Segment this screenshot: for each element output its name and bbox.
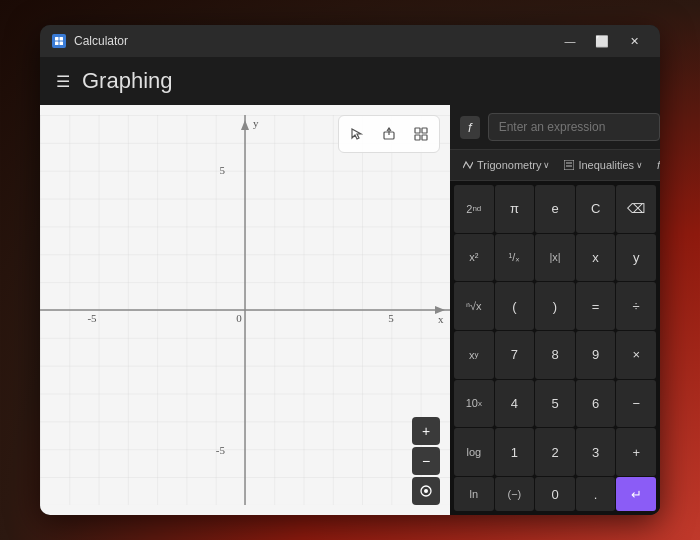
key-2[interactable]: 2 — [535, 428, 575, 476]
svg-rect-2 — [55, 42, 59, 46]
key-e[interactable]: e — [535, 185, 575, 233]
main-content: y x -5 0 5 5 -5 — [40, 105, 660, 515]
title-bar: Calculator — ⬜ ✕ — [40, 25, 660, 57]
key-divide[interactable]: ÷ — [616, 282, 656, 330]
zoom-reset-button[interactable] — [412, 477, 440, 505]
trig-icon — [463, 160, 473, 170]
svg-rect-27 — [564, 160, 574, 170]
key-x-power-y[interactable]: xy — [454, 331, 494, 379]
key-negate[interactable]: (−) — [495, 477, 535, 511]
key-subtract[interactable]: − — [616, 380, 656, 428]
window-title: Calculator — [74, 34, 128, 48]
svg-rect-0 — [55, 37, 59, 41]
function-toolbar: Trigonometry ∨ Inequalities ∨ f — [450, 150, 660, 181]
key-y[interactable]: y — [616, 234, 656, 282]
ineq-icon — [564, 160, 574, 170]
key-5[interactable]: 5 — [535, 380, 575, 428]
svg-text:-5: -5 — [216, 444, 226, 456]
keypad: 2nd π e C ⌫ x² ¹/ₓ |x| x y ⁿ√x ( ) = ÷ x… — [450, 181, 660, 515]
svg-text:5: 5 — [388, 312, 394, 324]
key-equals[interactable]: = — [576, 282, 616, 330]
close-button[interactable]: ✕ — [620, 32, 648, 50]
svg-text:5: 5 — [220, 164, 226, 176]
svg-rect-3 — [60, 42, 64, 46]
svg-text:y: y — [253, 117, 259, 129]
graph-svg: y x -5 0 5 5 -5 — [40, 105, 450, 515]
app-icon — [52, 34, 66, 48]
minimize-button[interactable]: — — [556, 32, 584, 50]
svg-rect-22 — [422, 128, 427, 133]
key-x[interactable]: x — [576, 234, 616, 282]
key-10x[interactable]: 10x — [454, 380, 494, 428]
svg-rect-24 — [422, 135, 427, 140]
key-9[interactable]: 9 — [576, 331, 616, 379]
inequalities-button[interactable]: Inequalities ∨ — [559, 156, 648, 174]
app-title: Graphing — [82, 68, 173, 94]
graph-toolbar — [338, 115, 440, 153]
settings-icon — [414, 127, 428, 141]
svg-rect-21 — [415, 128, 420, 133]
key-add[interactable]: + — [616, 428, 656, 476]
key-close-paren[interactable]: ) — [535, 282, 575, 330]
fx-badge: f — [460, 116, 480, 139]
key-2nd[interactable]: 2nd — [454, 185, 494, 233]
key-reciprocal[interactable]: ¹/ₓ — [495, 234, 535, 282]
key-x-squared[interactable]: x² — [454, 234, 494, 282]
key-enter[interactable]: ↵ — [616, 477, 656, 511]
key-8[interactable]: 8 — [535, 331, 575, 379]
key-0[interactable]: 0 — [535, 477, 575, 511]
key-decimal[interactable]: . — [576, 477, 616, 511]
svg-text:0: 0 — [236, 312, 242, 324]
key-multiply[interactable]: × — [616, 331, 656, 379]
key-abs[interactable]: |x| — [535, 234, 575, 282]
expression-input[interactable] — [488, 113, 660, 141]
graph-area: y x -5 0 5 5 -5 — [40, 105, 450, 515]
func-f-button[interactable]: f — [652, 156, 660, 174]
app-window: Calculator — ⬜ ✕ ☰ Graphing — [40, 25, 660, 515]
key-6[interactable]: 6 — [576, 380, 616, 428]
svg-text:x: x — [438, 313, 444, 325]
title-bar-left: Calculator — [52, 34, 128, 48]
share-icon — [382, 127, 396, 141]
key-pi[interactable]: π — [495, 185, 535, 233]
svg-rect-1 — [60, 37, 64, 41]
key-open-paren[interactable]: ( — [495, 282, 535, 330]
key-nth-root[interactable]: ⁿ√x — [454, 282, 494, 330]
key-4[interactable]: 4 — [495, 380, 535, 428]
zoom-reset-icon — [419, 484, 433, 498]
svg-text:-5: -5 — [87, 312, 97, 324]
key-3[interactable]: 3 — [576, 428, 616, 476]
trig-button[interactable]: Trigonometry ∨ — [458, 156, 555, 174]
cursor-icon — [350, 127, 364, 141]
window-controls: — ⬜ ✕ — [556, 32, 648, 50]
calc-panel: f Trigonometry ∨ — [450, 105, 660, 515]
key-1[interactable]: 1 — [495, 428, 535, 476]
zoom-controls: + − — [412, 417, 440, 505]
key-ln[interactable]: ln — [454, 477, 494, 511]
settings-tool-button[interactable] — [407, 120, 435, 148]
key-7[interactable]: 7 — [495, 331, 535, 379]
share-tool-button[interactable] — [375, 120, 403, 148]
key-clear[interactable]: C — [576, 185, 616, 233]
cursor-tool-button[interactable] — [343, 120, 371, 148]
expression-bar: f — [450, 105, 660, 150]
zoom-in-button[interactable]: + — [412, 417, 440, 445]
app-header: ☰ Graphing — [40, 57, 660, 105]
svg-point-26 — [424, 489, 428, 493]
svg-marker-18 — [352, 129, 361, 139]
menu-icon[interactable]: ☰ — [56, 72, 70, 91]
svg-rect-23 — [415, 135, 420, 140]
maximize-button[interactable]: ⬜ — [588, 32, 616, 50]
zoom-out-button[interactable]: − — [412, 447, 440, 475]
key-log[interactable]: log — [454, 428, 494, 476]
key-backspace[interactable]: ⌫ — [616, 185, 656, 233]
